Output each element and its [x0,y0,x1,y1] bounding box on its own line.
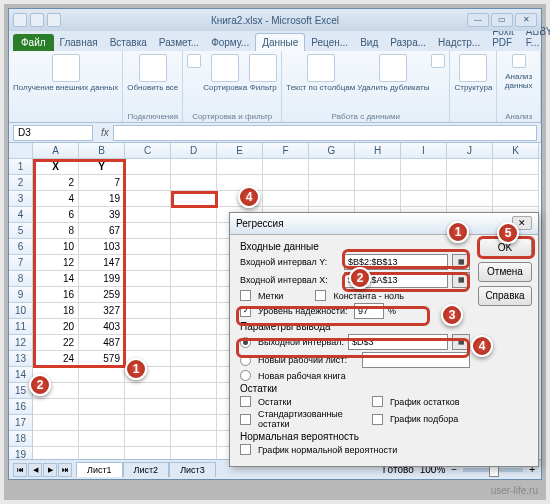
cell[interactable] [171,287,217,303]
row-header[interactable]: 2 [9,175,33,191]
cell[interactable] [125,431,171,447]
cell[interactable] [263,159,309,175]
confidence-input[interactable]: 97 [354,303,384,319]
tab-addins[interactable]: Надстр... [432,34,486,51]
row-header[interactable]: 9 [9,287,33,303]
cell[interactable] [125,271,171,287]
row-header[interactable]: 13 [9,351,33,367]
cell[interactable]: 103 [79,239,125,255]
tab-data[interactable]: Данные [255,33,305,51]
cell[interactable] [125,415,171,431]
sort-az-icon[interactable] [187,54,201,70]
select-all-corner[interactable] [9,143,33,158]
cell[interactable]: 147 [79,255,125,271]
cell[interactable] [493,159,539,175]
cell[interactable] [171,255,217,271]
cell[interactable] [171,175,217,191]
maximize-button[interactable]: ▭ [491,13,513,27]
cell[interactable]: 199 [79,271,125,287]
tab-dev[interactable]: Разра... [384,34,432,51]
line-fit-plot-checkbox[interactable] [372,414,383,425]
row-header[interactable]: 18 [9,431,33,447]
cell[interactable]: 7 [79,175,125,191]
cell[interactable] [171,335,217,351]
col-header[interactable]: D [171,143,217,158]
cell[interactable]: 16 [33,287,79,303]
tab-file[interactable]: Файл [13,34,54,51]
cell[interactable] [171,447,217,459]
qat-undo-icon[interactable] [30,13,44,27]
output-range-radio[interactable] [240,337,251,348]
cell[interactable] [79,447,125,459]
cell[interactable] [447,159,493,175]
help-button[interactable]: Справка [478,286,532,306]
cell[interactable] [401,175,447,191]
cell[interactable] [125,399,171,415]
cell[interactable] [125,223,171,239]
col-header[interactable]: J [447,143,493,158]
cell[interactable] [125,287,171,303]
cell[interactable] [171,207,217,223]
row-header[interactable]: 12 [9,335,33,351]
name-box[interactable]: D3 [13,125,93,141]
cell[interactable]: X [33,159,79,175]
tab-nav-prev-icon[interactable]: ◀ [28,463,42,477]
qat-redo-icon[interactable] [47,13,61,27]
ref-button-icon[interactable]: ▦ [452,272,470,288]
cell[interactable]: 4 [33,191,79,207]
cell[interactable] [79,383,125,399]
cell[interactable] [493,191,539,207]
cell[interactable]: 39 [79,207,125,223]
tab-review[interactable]: Рецен... [305,34,354,51]
row-header[interactable]: 6 [9,239,33,255]
cell[interactable] [217,159,263,175]
cell[interactable] [125,255,171,271]
new-worksheet-input[interactable] [362,352,470,368]
cell[interactable] [493,175,539,191]
cell[interactable]: 24 [33,351,79,367]
cell[interactable] [125,319,171,335]
col-header[interactable]: I [401,143,447,158]
cell[interactable] [125,447,171,459]
cell[interactable] [401,159,447,175]
row-header[interactable]: 19 [9,447,33,459]
constant-zero-checkbox[interactable] [315,290,326,301]
cell[interactable] [125,159,171,175]
col-header[interactable]: F [263,143,309,158]
cell[interactable] [171,351,217,367]
sheet-tab[interactable]: Лист3 [169,462,216,477]
row-header[interactable]: 1 [9,159,33,175]
col-header[interactable]: B [79,143,125,158]
residuals-checkbox[interactable] [240,396,251,407]
cell[interactable]: 259 [79,287,125,303]
cell[interactable] [309,191,355,207]
row-header[interactable]: 3 [9,191,33,207]
col-header[interactable]: K [493,143,539,158]
cell[interactable]: 67 [79,223,125,239]
cell[interactable] [33,415,79,431]
cell[interactable]: 8 [33,223,79,239]
fx-icon[interactable]: fx [97,127,113,138]
cell[interactable]: 2 [33,175,79,191]
cell[interactable]: 19 [79,191,125,207]
cell[interactable] [171,223,217,239]
cell[interactable]: 14 [33,271,79,287]
row-header[interactable]: 17 [9,415,33,431]
tab-view[interactable]: Вид [354,34,384,51]
cell[interactable] [171,399,217,415]
cell[interactable] [171,303,217,319]
formula-bar[interactable] [113,125,537,141]
sort-button[interactable]: Сортировка [203,54,247,93]
cell[interactable] [125,383,171,399]
residual-plot-checkbox[interactable] [372,396,383,407]
refresh-all-button[interactable]: Обновить все [127,54,178,93]
cell[interactable] [171,415,217,431]
normal-prob-checkbox[interactable] [240,444,251,455]
cell[interactable]: 12 [33,255,79,271]
row-header[interactable]: 10 [9,303,33,319]
cell[interactable] [309,175,355,191]
tab-nav-next-icon[interactable]: ▶ [43,463,57,477]
qat-save-icon[interactable] [13,13,27,27]
get-external-data-button[interactable]: Получение внешних данных [13,54,118,93]
minimize-button[interactable]: — [467,13,489,27]
